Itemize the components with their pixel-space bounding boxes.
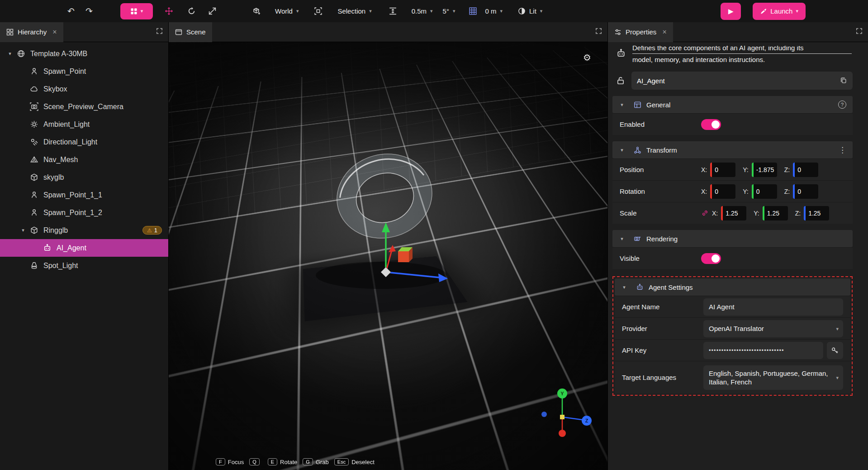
redo-button[interactable]: ↷ xyxy=(81,4,97,19)
enabled-toggle[interactable] xyxy=(701,119,721,130)
launch-button[interactable]: Launch ▾ xyxy=(753,3,806,20)
section-agent-settings-header[interactable]: ▾ Agent Settings xyxy=(615,278,850,296)
position-z-input[interactable]: 0 xyxy=(793,163,818,177)
tab-properties[interactable]: Properties × xyxy=(608,22,673,42)
move-tool-button[interactable] xyxy=(161,4,176,19)
frame-selection-button[interactable] xyxy=(310,4,326,19)
api-key-label: API Key xyxy=(622,346,703,354)
hint-label: Deselect xyxy=(351,459,375,465)
tree-item-spawn-point[interactable]: Spawn_Point xyxy=(0,62,168,80)
scale-tool-button[interactable] xyxy=(204,4,220,19)
axis-neg-dot[interactable] xyxy=(541,412,547,417)
selection-mode-dropdown[interactable]: Selection ▾ xyxy=(337,7,371,15)
axis-x-ball[interactable] xyxy=(559,430,566,437)
section-general-header[interactable]: ▾ General ? xyxy=(612,96,853,113)
chevron-down-icon[interactable]: ▾ xyxy=(20,227,26,233)
gizmo-cube-front[interactable] xyxy=(398,251,409,262)
scene-tab-bar: Scene xyxy=(169,22,607,42)
section-general: ▾ General ? Enabled xyxy=(612,96,853,135)
kebab-menu-icon[interactable]: ⋮ xyxy=(839,145,846,155)
rotation-y-input[interactable]: 0 xyxy=(752,184,777,199)
rotation-x-input[interactable]: 0 xyxy=(710,184,735,199)
tree-item-directional-light[interactable]: Directional_Light xyxy=(0,133,168,151)
tree-item-ringglb[interactable]: ▾ Ringglb ⚠ 1 xyxy=(0,221,168,239)
tree-item-skybox[interactable]: Skybox xyxy=(0,80,168,98)
provider-dropdown[interactable]: OpenAI Translator ▾ xyxy=(703,320,843,337)
grid-snap-button[interactable] xyxy=(465,4,480,19)
shading-mode-dropdown[interactable]: Lit ▾ xyxy=(518,7,542,15)
copy-icon[interactable] xyxy=(840,77,847,84)
unlock-icon[interactable] xyxy=(616,76,625,85)
tree-item-nav-mesh[interactable]: Nav_Mesh xyxy=(0,151,168,168)
rocket-icon xyxy=(760,8,767,15)
layout-grid-button[interactable]: ▾ xyxy=(120,3,153,19)
tree-item-template[interactable]: ▾ Template A-30MB xyxy=(0,45,168,62)
chevron-down-icon[interactable]: ▾ xyxy=(7,51,13,57)
scene-viewport[interactable]: Y Z ⚙ FFocus Q ERotate GGrab EscDeselect xyxy=(169,42,607,470)
tree-item-label: Ambient_Light xyxy=(43,120,90,129)
expand-panel-icon[interactable] xyxy=(156,28,163,36)
close-icon[interactable]: × xyxy=(662,28,666,36)
keyboard-hints: FFocus Q ERotate GGrab EscDeselect xyxy=(216,458,375,465)
move-snap-dropdown[interactable]: 0.5m ▾ xyxy=(412,7,433,15)
section-transform-header[interactable]: ▾ Transform ⋮ xyxy=(612,141,853,158)
tab-scene[interactable]: Scene xyxy=(169,22,212,42)
y-axis-label: Y: xyxy=(754,210,759,217)
orientation-gizmo[interactable]: Y Z xyxy=(541,388,592,437)
target-languages-dropdown[interactable]: English, Spanish, Portuguese, German, It… xyxy=(703,365,843,390)
tree-item-skyglb[interactable]: skyglb xyxy=(0,168,168,186)
tree-item-spawn-point-1-1[interactable]: Spawn_Point_1_1 xyxy=(0,186,168,204)
robot-icon xyxy=(616,48,626,58)
agent-name-input[interactable]: AI Agent xyxy=(703,298,843,316)
scale-x-input[interactable]: 1.25 xyxy=(721,206,746,221)
link-scale-icon[interactable] xyxy=(701,209,709,217)
object-name-input[interactable]: AI_Agent xyxy=(631,72,853,90)
add-object-button[interactable] xyxy=(249,4,264,19)
tree-item-scene-preview-camera[interactable]: Scene_Preview_Camera xyxy=(0,98,168,115)
tree-item-ambient-light[interactable]: Ambient_Light xyxy=(0,115,168,133)
api-key-action-button[interactable] xyxy=(827,342,843,359)
align-vertical-button[interactable] xyxy=(385,4,401,19)
tree-item-spot-light[interactable]: Spot_Light xyxy=(0,257,168,274)
chevron-down-icon: ▾ xyxy=(621,284,627,290)
chevron-down-icon: ▾ xyxy=(836,375,839,380)
chevron-down-icon: ▾ xyxy=(540,9,543,14)
section-rendering: ▾ Rendering Visible xyxy=(612,230,853,269)
warning-count: 1 xyxy=(154,227,157,234)
tree-item-label: Directional_Light xyxy=(43,138,97,146)
rotation-z-input[interactable]: 0 xyxy=(793,184,818,199)
position-x-input[interactable]: 0 xyxy=(710,163,735,177)
viewport-settings-icon[interactable]: ⚙ xyxy=(583,52,591,63)
transform-icon xyxy=(634,146,641,154)
hint-label: Grab xyxy=(316,459,329,465)
rotate-tool-button[interactable] xyxy=(184,4,199,19)
gizmo-x-arrow[interactable] xyxy=(389,245,396,252)
description-divider xyxy=(632,53,852,54)
target-languages-row: Target Languages English, Spanish, Portu… xyxy=(615,361,850,393)
rotate-snap-dropdown[interactable]: 5° ▾ xyxy=(443,7,455,15)
world-dropdown[interactable]: World ▾ xyxy=(275,7,299,15)
close-icon[interactable]: × xyxy=(52,28,57,36)
grid-snap-dropdown[interactable]: 0 m ▾ xyxy=(485,7,503,15)
scale-icon xyxy=(208,7,217,15)
play-button[interactable]: ▶ xyxy=(721,3,741,20)
api-key-input[interactable]: •••••••••••••••••••••••••••••• xyxy=(703,342,823,359)
tree-item-ai-agent[interactable]: AI_Agent xyxy=(0,239,168,257)
section-rendering-header[interactable]: ▾ Rendering xyxy=(612,230,853,247)
key-cap: E xyxy=(268,458,277,465)
tree-item-spawn-point-1-2[interactable]: Spawn_Point_1_2 xyxy=(0,204,168,221)
launch-label: Launch xyxy=(770,7,792,15)
z-axis-label: Z: xyxy=(795,210,801,217)
expand-panel-icon[interactable] xyxy=(595,28,602,36)
properties-tab-bar: Properties × xyxy=(608,22,868,42)
scale-y-input[interactable]: 1.25 xyxy=(763,206,788,221)
visible-label: Visible xyxy=(620,254,701,262)
tab-hierarchy[interactable]: Hierarchy × xyxy=(0,22,63,42)
undo-button[interactable]: ↶ xyxy=(63,4,79,19)
ring-object[interactable] xyxy=(327,144,441,249)
expand-panel-icon[interactable] xyxy=(856,28,863,36)
visible-toggle[interactable] xyxy=(701,253,721,264)
scale-z-input[interactable]: 1.25 xyxy=(804,206,829,221)
position-y-input[interactable]: -1.875 xyxy=(752,163,777,177)
help-icon[interactable]: ? xyxy=(838,101,846,109)
